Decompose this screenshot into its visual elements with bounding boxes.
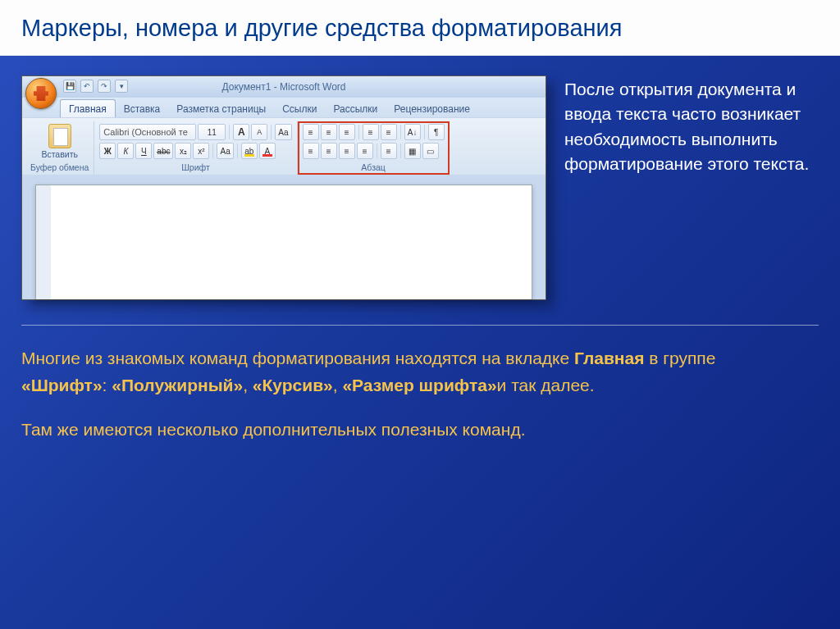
highlight-button[interactable]: ab bbox=[241, 143, 258, 159]
em-size: «Размер шрифта» bbox=[342, 376, 496, 394]
em-italic: «Курсив» bbox=[253, 376, 333, 394]
document-title: Документ1 - Microsoft Word bbox=[221, 81, 345, 93]
subscript-button[interactable]: x₂ bbox=[175, 143, 191, 159]
separator bbox=[229, 125, 230, 139]
font-name-combo[interactable]: Calibri (Основной те bbox=[99, 124, 196, 140]
em-bold: «Полужирный» bbox=[112, 376, 243, 394]
undo-icon[interactable]: ↶ bbox=[80, 80, 94, 93]
clear-format-button[interactable]: Aa bbox=[275, 124, 291, 140]
align-center-button[interactable]: ≡ bbox=[321, 143, 337, 159]
body-p2: Там же имеются несколько дополнительных … bbox=[21, 417, 792, 444]
tab-insert[interactable]: Вставка bbox=[116, 100, 169, 117]
word-window: 💾 ↶ ↷ ▾ Документ1 - Microsoft Word Главн… bbox=[21, 75, 546, 300]
body-text: Многие из знакомых команд форматирования… bbox=[21, 345, 792, 444]
text: и так далее. bbox=[497, 376, 595, 394]
change-case-button[interactable]: Aa bbox=[217, 143, 233, 159]
underline-button[interactable]: Ч bbox=[135, 143, 152, 159]
quick-access-toolbar: 💾 ↶ ↷ ▾ bbox=[63, 80, 128, 93]
paste-icon bbox=[48, 124, 71, 148]
side-paragraph: После открытия документа и ввода текста … bbox=[564, 75, 819, 177]
group-label-paragraph: Абзац bbox=[361, 161, 385, 173]
separator bbox=[424, 125, 425, 139]
tab-references[interactable]: Ссылки bbox=[274, 100, 325, 117]
text: , bbox=[333, 376, 343, 394]
separator bbox=[212, 144, 213, 158]
borders-button[interactable]: ▭ bbox=[422, 143, 439, 159]
bold-button[interactable]: Ж bbox=[99, 143, 116, 159]
tab-home[interactable]: Главная bbox=[60, 99, 116, 117]
tab-page-layout[interactable]: Разметка страницы bbox=[168, 100, 274, 117]
separator bbox=[377, 144, 377, 158]
numbering-button[interactable]: ≡ bbox=[321, 124, 337, 140]
text: , bbox=[243, 376, 253, 394]
separator bbox=[400, 144, 401, 158]
line-spacing-button[interactable]: ≡ bbox=[381, 143, 397, 159]
separator bbox=[271, 125, 272, 139]
em-home: Главная bbox=[574, 349, 644, 367]
shading-button[interactable]: ▦ bbox=[404, 143, 421, 159]
superscript-button[interactable]: x² bbox=[193, 143, 209, 159]
ribbon-tabs: Главная Вставка Разметка страницы Ссылки… bbox=[22, 98, 546, 117]
multilevel-button[interactable]: ≡ bbox=[339, 124, 355, 140]
font-color-button[interactable]: A bbox=[259, 143, 276, 159]
justify-button[interactable]: ≡ bbox=[357, 143, 373, 159]
show-marks-button[interactable]: ¶ bbox=[428, 124, 445, 140]
redo-icon[interactable]: ↷ bbox=[98, 80, 111, 93]
separator bbox=[358, 125, 359, 139]
align-right-button[interactable]: ≡ bbox=[339, 143, 355, 159]
text: : bbox=[103, 376, 112, 394]
separator bbox=[237, 144, 238, 158]
align-left-button[interactable]: ≡ bbox=[303, 143, 319, 159]
ribbon: Вставить Буфер обмена Calibri (Основной … bbox=[22, 117, 546, 175]
save-icon[interactable]: 💾 bbox=[63, 80, 76, 93]
paste-button[interactable]: Вставить bbox=[42, 124, 78, 159]
shrink-font-button[interactable]: A bbox=[251, 124, 267, 140]
text: Многие из знакомых команд форматирования… bbox=[21, 349, 574, 367]
group-label-clipboard: Буфер обмена bbox=[30, 161, 89, 173]
group-paragraph: ≡ ≡ ≡ ≡ ≡ A↓ ¶ ≡ bbox=[298, 121, 450, 175]
tab-review[interactable]: Рецензирование bbox=[386, 100, 478, 117]
divider bbox=[21, 325, 819, 326]
grow-font-button[interactable]: A bbox=[233, 124, 249, 140]
group-font: Calibri (Основной те 11 A A Aa Ж К Ч bbox=[94, 121, 297, 175]
office-button[interactable] bbox=[25, 78, 57, 109]
font-size-combo[interactable]: 11 bbox=[198, 124, 226, 140]
tab-mailings[interactable]: Рассылки bbox=[325, 100, 386, 117]
strike-button[interactable]: abc bbox=[153, 143, 173, 159]
paste-label: Вставить bbox=[41, 149, 78, 159]
em-font: «Шрифт» bbox=[21, 376, 103, 394]
slide-content: 💾 ↶ ↷ ▾ Документ1 - Microsoft Word Главн… bbox=[0, 56, 840, 444]
qat-more-icon[interactable]: ▾ bbox=[115, 80, 128, 93]
increase-indent-button[interactable]: ≡ bbox=[381, 124, 397, 140]
separator bbox=[400, 125, 401, 139]
body-p1: Многие из знакомых команд форматирования… bbox=[21, 345, 792, 399]
titlebar: 💾 ↶ ↷ ▾ Документ1 - Microsoft Word bbox=[22, 76, 546, 98]
group-label-font: Шрифт bbox=[181, 161, 210, 173]
decrease-indent-button[interactable]: ≡ bbox=[363, 124, 379, 140]
bullets-button[interactable]: ≡ bbox=[303, 124, 319, 140]
text: в группе bbox=[644, 349, 715, 367]
slide-title: Маркеры, номера и другие средства формат… bbox=[0, 0, 840, 56]
group-clipboard: Вставить Буфер обмена bbox=[25, 121, 94, 175]
sort-button[interactable]: A↓ bbox=[404, 124, 421, 140]
document-page[interactable] bbox=[35, 185, 532, 299]
document-area bbox=[22, 175, 546, 299]
italic-button[interactable]: К bbox=[117, 143, 134, 159]
